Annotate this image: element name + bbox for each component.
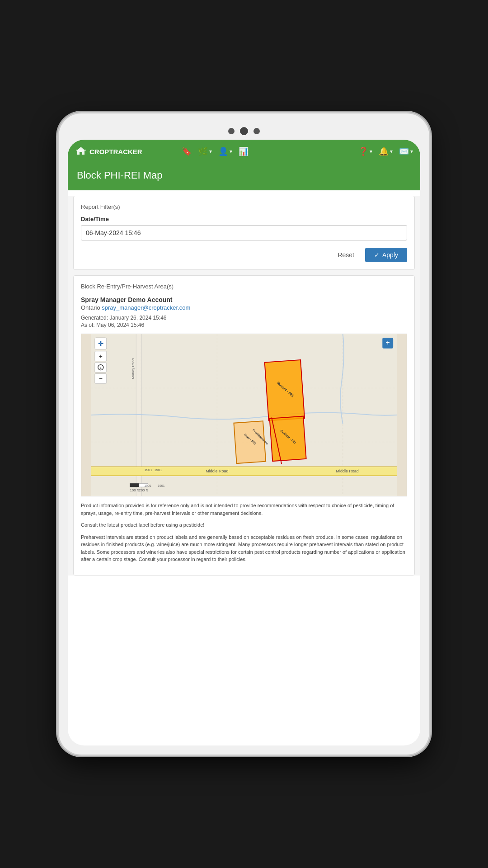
svg-text:✛: ✛: [98, 340, 103, 347]
map-zoom-circle[interactable]: +: [95, 363, 107, 373]
svg-text:Murray Road: Murray Road: [131, 359, 135, 379]
svg-text:1901: 1901: [144, 484, 151, 487]
nav-chart[interactable]: 📊: [239, 146, 249, 156]
brand-icon: [75, 146, 87, 157]
camera-dot-2: [240, 127, 248, 135]
page-header: Block PHI-REI Map: [68, 163, 420, 190]
nav-left-icons: 🔖 🌿▾ 👤▾ 📊: [182, 146, 249, 156]
brand-name: CROPTRACKER: [89, 148, 142, 156]
svg-text:100 ft: 100 ft: [130, 488, 139, 492]
map-zoom-out[interactable]: −: [95, 374, 107, 384]
svg-rect-21: [270, 416, 306, 461]
map-expand-button[interactable]: +: [382, 338, 393, 349]
nav-leaf[interactable]: 🌿▾: [198, 146, 212, 156]
results-section-title: Block Re-Entry/Pre-Harvest Area(s): [81, 283, 407, 290]
svg-text:Middle Road: Middle Road: [336, 469, 359, 473]
device-frame: CROPTRACKER 🔖 🌿▾ 👤▾ 📊 ❓▾ 🔔▾: [59, 113, 429, 755]
svg-text:200 ft: 200 ft: [139, 488, 148, 492]
nav-notifications[interactable]: 🔔▾: [379, 146, 393, 156]
filter-section: Report Filter(s) Date/Time Reset Apply: [73, 196, 415, 270]
camera-dot-1: [228, 128, 235, 134]
nav-messages[interactable]: ✉️▾: [399, 146, 413, 156]
navbar: CROPTRACKER 🔖 🌿▾ 👤▾ 📊 ❓▾ 🔔▾: [68, 140, 420, 163]
svg-text:1901: 1901: [144, 468, 152, 472]
filter-actions: Reset Apply: [81, 248, 407, 262]
results-section: Block Re-Entry/Pre-Harvest Area(s) Spray…: [73, 275, 415, 576]
svg-text:+: +: [99, 353, 103, 360]
main-content: Report Filter(s) Date/Time Reset Apply B…: [68, 196, 420, 576]
asof-info: As of: May 06, 2024 15:46: [81, 322, 407, 328]
account-info: Ontario spray_manager@croptracker.com: [81, 304, 407, 311]
reset-button[interactable]: Reset: [332, 248, 360, 262]
account-email[interactable]: spray_manager@croptracker.com: [102, 304, 190, 311]
svg-text:1901: 1901: [154, 468, 162, 472]
brand-logo[interactable]: CROPTRACKER: [75, 146, 178, 157]
svg-text:1901: 1901: [158, 484, 165, 487]
svg-text:+: +: [386, 339, 390, 346]
province: Ontario: [81, 304, 100, 311]
map-zoom-in[interactable]: +: [95, 351, 107, 361]
map-pan-control[interactable]: ✛: [95, 338, 107, 349]
device-screen: CROPTRACKER 🔖 🌿▾ 👤▾ 📊 ❓▾ 🔔▾: [68, 140, 420, 745]
account-name: Spray Manager Demo Account: [81, 296, 407, 303]
svg-text:Middle Road: Middle Road: [206, 469, 228, 473]
camera-bar: [68, 123, 420, 140]
disclaimer-line1: Product information provided is for refe…: [81, 502, 407, 517]
disclaimer: Product information provided is for refe…: [81, 502, 407, 563]
map-container[interactable]: Murray Road Middle Road Middle Road 1901…: [81, 334, 407, 496]
nav-person[interactable]: 👤▾: [218, 146, 232, 156]
svg-text:−: −: [99, 375, 103, 382]
disclaimer-line3: Preharvest intervals are stated on produ…: [81, 533, 407, 563]
disclaimer-line2: Consult the latest product label before …: [81, 521, 407, 529]
apply-button[interactable]: Apply: [365, 248, 407, 262]
svg-text:+: +: [99, 366, 102, 370]
datetime-input[interactable]: [81, 225, 407, 241]
filter-section-title: Report Filter(s): [81, 203, 407, 210]
generated-info: Generated: January 26, 2024 15:46: [81, 315, 407, 321]
nav-bookmark[interactable]: 🔖: [182, 146, 192, 156]
datetime-label: Date/Time: [81, 216, 407, 222]
camera-dot-3: [253, 128, 260, 134]
svg-rect-23: [234, 421, 266, 463]
svg-rect-39: [130, 483, 139, 487]
map-svg: Murray Road Middle Road Middle Road 1901…: [81, 334, 407, 496]
page-title: Block PHI-REI Map: [77, 170, 411, 181]
nav-right-icons: ❓▾ 🔔▾ ✉️▾: [358, 146, 413, 156]
datetime-form-group: Date/Time: [81, 216, 407, 241]
nav-help[interactable]: ❓▾: [358, 146, 372, 156]
